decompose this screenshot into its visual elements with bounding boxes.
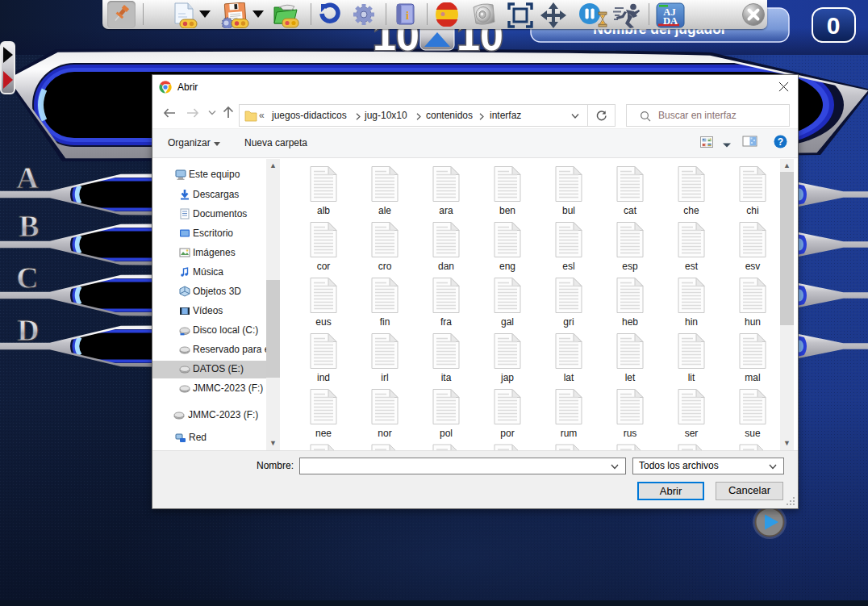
svg-text:sue: sue (745, 428, 761, 439)
svg-text:ale: ale (378, 205, 391, 216)
svg-text:ita: ita (441, 372, 452, 383)
svg-text:fin: fin (380, 316, 390, 328)
svg-text:fra: fra (440, 316, 452, 328)
svg-text:eus: eus (315, 316, 331, 328)
svg-text:jap: jap (500, 372, 514, 383)
svg-text:heb: heb (622, 316, 638, 328)
svg-text:mal: mal (745, 372, 760, 383)
svg-text:eng: eng (499, 261, 515, 272)
svg-text:ser: ser (685, 428, 699, 439)
svg-text:bul: bul (562, 205, 575, 216)
svg-text:lat: lat (564, 372, 574, 383)
svg-text:gri: gri (563, 316, 574, 328)
svg-text:DA: DA (663, 15, 678, 27)
svg-text:esl: esl (562, 261, 574, 272)
svg-text:ara: ara (439, 205, 453, 216)
svg-text:A: A (16, 161, 39, 194)
svg-text:cor: cor (317, 261, 331, 272)
svg-text:che: che (683, 205, 699, 216)
svg-text:D: D (17, 313, 39, 347)
svg-text:let: let (625, 372, 636, 383)
svg-text:hun: hun (745, 316, 761, 328)
svg-text:cro: cro (378, 261, 392, 272)
svg-text:rus: rus (624, 428, 637, 439)
svg-text:pol: pol (440, 428, 453, 439)
svg-text:por: por (500, 428, 514, 439)
svg-text:irl: irl (381, 372, 388, 383)
svg-text:ind: ind (317, 372, 330, 383)
svg-text:nor: nor (378, 428, 391, 439)
svg-text:chi: chi (746, 205, 758, 216)
svg-text:?: ? (778, 136, 783, 148)
svg-text:gal: gal (501, 316, 514, 328)
svg-text:hin: hin (685, 316, 698, 328)
svg-text:rum: rum (561, 428, 578, 439)
svg-text:i: i (406, 9, 409, 22)
svg-text:cat: cat (624, 205, 637, 216)
svg-text:ben: ben (499, 205, 515, 216)
svg-text:dan: dan (438, 261, 454, 272)
svg-text:0: 0 (827, 12, 841, 39)
svg-text:est: est (685, 261, 699, 272)
svg-text:C: C (16, 261, 38, 295)
svg-text:B: B (19, 209, 39, 243)
svg-text:alb: alb (317, 205, 330, 216)
svg-text:nee: nee (315, 428, 332, 439)
svg-text:esp: esp (622, 261, 638, 272)
svg-text:lit: lit (688, 372, 695, 383)
svg-text:esv: esv (745, 261, 761, 272)
